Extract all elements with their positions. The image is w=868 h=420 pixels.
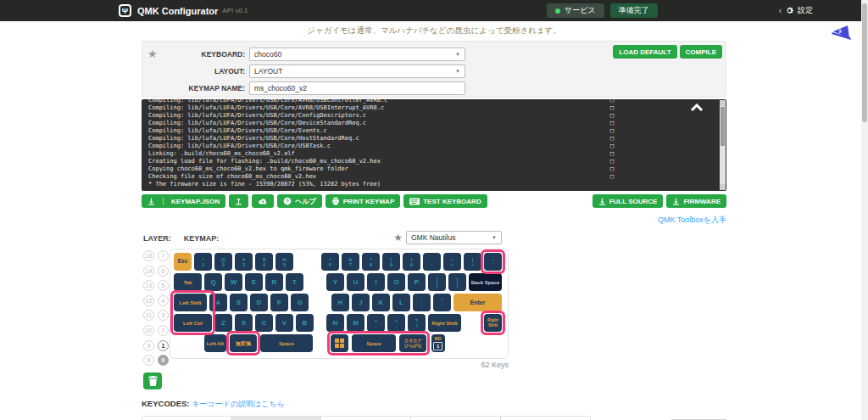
key-N[interactable]: N [326, 314, 344, 332]
layer-button-0[interactable]: 0 [158, 355, 169, 366]
layer-button-8[interactable]: 8 [143, 355, 154, 366]
key-&7[interactable]: &7 [342, 253, 359, 271]
cloud-upload-button[interactable] [252, 194, 274, 208]
key-Esc[interactable]: Esc [174, 253, 192, 271]
tab-quantum[interactable]: Quantum [321, 416, 411, 420]
keymap-name-input[interactable] [254, 84, 460, 92]
key-)0[interactable]: )0 [403, 253, 420, 271]
ready-status-button[interactable]: 準備完了 [610, 3, 658, 18]
key-~`[interactable]: ~` [484, 253, 502, 271]
key-A[interactable]: A [209, 294, 227, 311]
console-scrollbar[interactable] [720, 100, 726, 190]
key-F[interactable]: F [270, 294, 288, 311]
layout-select[interactable]: LAYOUT ▼ [249, 64, 465, 78]
key-}][interactable]: }] [448, 273, 466, 291]
key-:;[interactable]: :; [413, 294, 431, 311]
key-*8[interactable]: *8 [362, 253, 380, 271]
key-!1[interactable]: !1 [194, 253, 212, 271]
qmk-toolbox-link[interactable]: QMK Toolboxを入手 [658, 216, 726, 224]
layer-button-5[interactable]: 5 [158, 280, 169, 291]
clear-layer-button[interactable] [143, 372, 162, 389]
collapse-console-icon[interactable] [691, 104, 703, 112]
key-J[interactable]: J [352, 294, 370, 311]
key-E[interactable]: E [245, 273, 263, 291]
key-T[interactable]: T [286, 273, 303, 291]
layer-button-11[interactable]: 11 [143, 310, 154, 321]
key-K[interactable]: K [372, 294, 390, 311]
key-|\[interactable]: |\ [464, 253, 481, 271]
key-G[interactable]: G [291, 294, 309, 311]
key-<,[interactable]: <, [367, 314, 385, 332]
key-Space[interactable]: Space [352, 334, 396, 352]
key-Left Alt[interactable]: Left Alt [204, 334, 226, 352]
key-I[interactable]: I [367, 273, 385, 291]
tab-iso-jis[interactable]: ISO/JIS [231, 416, 321, 420]
key-#3[interactable]: #3 [235, 253, 253, 271]
key-?/[interactable]: ?/ [408, 314, 426, 332]
key-B[interactable]: B [296, 314, 314, 332]
key-Z[interactable]: Z [214, 314, 232, 332]
print-keymap-button[interactable]: PRINT KEYMAP [326, 194, 400, 208]
layer-button-13[interactable]: 13 [143, 280, 154, 291]
key-R[interactable]: R [265, 273, 283, 291]
settings-button[interactable]: ‹ 設定 [779, 5, 813, 16]
key-S[interactable]: S [230, 294, 248, 311]
key-+=[interactable]: += [443, 253, 461, 271]
key-C[interactable]: C [255, 314, 273, 332]
key-$4[interactable]: $4 [255, 253, 273, 271]
full-source-button[interactable]: FULL SOURCE [593, 194, 664, 208]
key-Right-Shift[interactable]: RightShift [484, 314, 502, 332]
keycodes-help-link[interactable]: キーコードの説明はこちら [192, 400, 285, 408]
key-win[interactable] [331, 334, 348, 352]
key-(9[interactable]: (9 [382, 253, 400, 271]
preset-select[interactable]: GMK Nautilus ▼ [406, 231, 502, 244]
key-Q[interactable]: Q [204, 273, 222, 291]
keyboard-select[interactable]: choco60 ▼ [249, 48, 465, 61]
test-keyboard-button[interactable]: TEST KEYBOARD [403, 194, 487, 208]
layer-button-15[interactable]: 15 [143, 250, 154, 261]
page-scrollbar[interactable] [861, 0, 868, 420]
key-Enter[interactable]: Enter [453, 294, 502, 311]
compile-button[interactable]: COMPILE [680, 45, 722, 59]
key-MO1[interactable]: MO1 [431, 334, 445, 352]
help-button[interactable]: ? ヘルプ [277, 194, 322, 208]
key-V[interactable]: V [275, 314, 293, 332]
key-_-[interactable]: _- [423, 253, 441, 271]
layer-button-10[interactable]: 10 [143, 325, 154, 336]
load-default-button[interactable]: LOAD DEFAULT [613, 45, 676, 59]
key-U[interactable]: U [347, 273, 364, 291]
key-無変換[interactable]: 無変換 [230, 334, 257, 352]
import-keymap-button[interactable] [229, 194, 248, 208]
firmware-button[interactable]: FIRMWARE [666, 194, 726, 208]
tab-app-media-and-mouse[interactable]: App, Media and Mouse [501, 416, 591, 420]
key-Left Ctrl[interactable]: Left Ctrl [174, 314, 212, 332]
preset-star-icon[interactable]: ★ [393, 232, 403, 244]
key-Y[interactable]: Y [326, 273, 344, 291]
favorite-star-icon[interactable]: ★ [147, 48, 158, 60]
layer-button-14[interactable]: 14 [143, 266, 154, 277]
layer-button-1[interactable]: 1 [158, 340, 169, 351]
key-@2[interactable]: @2 [214, 253, 232, 271]
key-X[interactable]: X [235, 314, 253, 332]
layer-button-3[interactable]: 3 [158, 310, 169, 321]
tab-ansi[interactable]: ANSI [142, 416, 231, 420]
service-status-button[interactable]: サービス [547, 3, 604, 18]
key-O[interactable]: O [387, 273, 405, 291]
key-%5[interactable]: %5 [275, 253, 293, 271]
key-^6[interactable]: ^6 [321, 253, 339, 271]
key-Left Shift[interactable]: Left Shift [174, 294, 207, 311]
key-{[[interactable]: {[ [428, 273, 446, 291]
brand[interactable]: Ψ QMK Configurator API v0.1 [119, 4, 248, 17]
key-Right Shift[interactable]: Right Shift [428, 314, 461, 332]
key-L[interactable]: L [392, 294, 410, 311]
layer-button-9[interactable]: 9 [143, 340, 154, 351]
key-P[interactable]: P [408, 273, 426, 291]
layer-button-6[interactable]: 6 [158, 266, 169, 277]
key-M[interactable]: M [347, 314, 364, 332]
layer-button-2[interactable]: 2 [158, 325, 169, 336]
layer-button-7[interactable]: 7 [158, 250, 169, 261]
key-D[interactable]: D [250, 294, 268, 311]
key-Back Space[interactable]: Back Space [469, 273, 502, 291]
key-W[interactable]: W [225, 273, 242, 291]
export-keymap-json-button[interactable]: KEYMAP.JSON [142, 194, 225, 208]
